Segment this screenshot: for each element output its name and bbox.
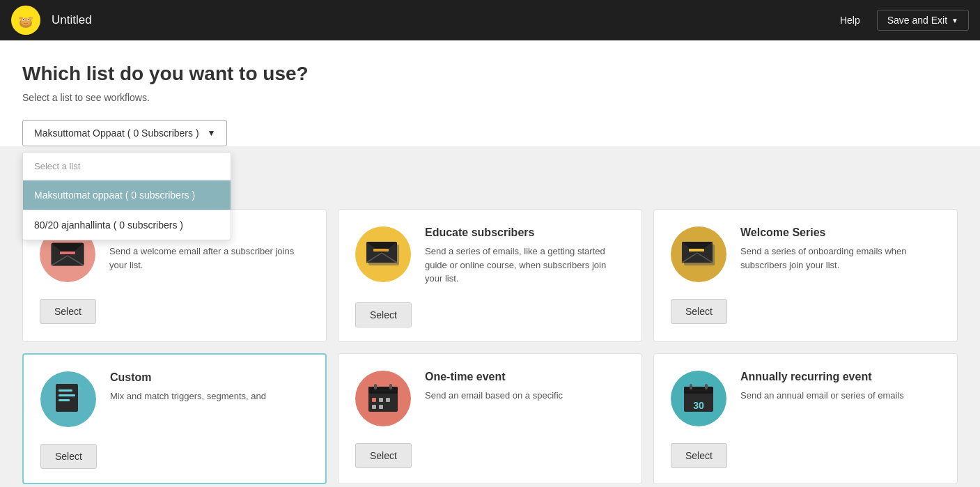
svg-point-6	[28, 19, 29, 20]
dropdown-menu: Select a list Maksuttomat oppaat ( 0 sub…	[22, 152, 231, 240]
select-button-welcome-message[interactable]: Select	[40, 299, 96, 324]
svg-rect-27	[59, 389, 72, 392]
chevron-down-icon: ▼	[208, 128, 216, 138]
select-button-welcome-series[interactable]: Select	[671, 299, 727, 324]
dropdown-option-0[interactable]: Maksuttomat oppaat ( 0 subscribers )	[23, 180, 231, 210]
svg-rect-33	[368, 387, 398, 394]
card-desc: Send a series of emails, like a getting …	[425, 245, 625, 286]
card-icon-welcome-series	[671, 226, 726, 282]
svg-rect-35	[389, 384, 392, 389]
card-icon-one-time	[355, 371, 411, 426]
svg-marker-31	[78, 384, 84, 389]
page-subtitle: Select a list to see workflows.	[22, 92, 958, 103]
svg-rect-38	[386, 398, 390, 402]
card-text: Welcome Series Send a series of onboardi…	[740, 226, 940, 272]
svg-point-7	[19, 17, 23, 20]
svg-rect-23	[689, 249, 704, 252]
select-button-educate-subscribers[interactable]: Select	[355, 302, 412, 327]
card-educate-subscribers: Educate subscribers Send a series of ema…	[338, 209, 642, 342]
page-title: Which list do you want to use?	[22, 63, 958, 85]
dropdown-menu-label: Select a list	[23, 153, 231, 180]
card-title: Custom	[110, 371, 309, 384]
svg-rect-11	[60, 252, 75, 254]
card-header: Custom Mix and match triggers, segments,…	[40, 371, 309, 427]
select-button-custom[interactable]: Select	[40, 444, 97, 469]
card-header: Welcome Series Send a series of onboardi…	[671, 226, 940, 282]
card-header: Educate subscribers Send a series of ema…	[355, 226, 625, 286]
page-content: Which list do you want to use? Select a …	[0, 40, 980, 146]
card-title: Annually recurring event	[740, 371, 940, 383]
cards-grid: Welcome message Send a welcome email aft…	[22, 209, 958, 484]
svg-rect-28	[59, 394, 75, 396]
svg-text:30: 30	[693, 400, 704, 411]
svg-rect-34	[374, 384, 377, 389]
card-desc: Send an email based on a specific	[425, 389, 625, 403]
dropdown-option-1[interactable]: 80/20 ajanhallinta ( 0 subscribers )	[23, 210, 231, 240]
svg-rect-42	[684, 387, 713, 394]
nav-right: Help Save and Exit ▼	[840, 10, 969, 31]
nav-title: Untitled	[52, 13, 92, 27]
card-desc: Send a series of onboarding emails when …	[740, 245, 940, 272]
svg-rect-26	[56, 384, 78, 412]
dropdown-selected-value: Maksuttomat Oppaat ( 0 Subscribers )	[34, 127, 199, 139]
svg-rect-44	[705, 384, 708, 389]
select-button-one-time-event[interactable]: Select	[355, 443, 412, 468]
cards-section: Welcome message Send a welcome email aft…	[0, 209, 980, 487]
card-custom: Custom Mix and match triggers, segments,…	[22, 353, 327, 484]
card-icon-educate	[355, 226, 411, 282]
save-exit-button[interactable]: Save and Exit ▼	[877, 10, 969, 31]
card-header: 30 Annually recurring event Send an annu…	[671, 371, 940, 426]
svg-rect-43	[690, 384, 692, 389]
card-title: Educate subscribers	[425, 226, 625, 239]
card-welcome-series: Welcome Series Send a series of onboardi…	[653, 209, 958, 342]
card-icon-custom	[40, 371, 96, 427]
card-desc: Mix and match triggers, segments, and	[110, 389, 309, 403]
svg-rect-29	[59, 399, 70, 401]
chevron-down-icon: ▼	[951, 17, 958, 24]
card-title: One-time event	[425, 371, 625, 383]
select-button-annually-recurring[interactable]: Select	[671, 443, 727, 468]
svg-rect-17	[373, 249, 389, 252]
topnav: Untitled Help Save and Exit ▼	[0, 0, 980, 40]
list-dropdown-button[interactable]: Maksuttomat Oppaat ( 0 Subscribers ) ▼	[22, 120, 227, 146]
card-text: Annually recurring event Send an annual …	[740, 371, 940, 403]
card-annually-recurring: 30 Annually recurring event Send an annu…	[653, 353, 958, 484]
card-header: One-time event Send an email based on a …	[355, 371, 625, 426]
card-title: Welcome Series	[740, 226, 940, 239]
card-icon-annually: 30	[671, 371, 726, 426]
card-desc: Send an annual email or series of emails	[740, 389, 940, 403]
card-text: Custom Mix and match triggers, segments,…	[110, 371, 309, 403]
logo[interactable]	[11, 6, 40, 35]
svg-point-5	[23, 19, 24, 20]
svg-rect-37	[379, 398, 383, 402]
help-link[interactable]: Help	[840, 15, 860, 26]
card-one-time-event: One-time event Send an email based on a …	[338, 353, 642, 484]
card-text: One-time event Send an email based on a …	[425, 371, 625, 403]
svg-rect-39	[372, 405, 376, 409]
svg-rect-40	[379, 405, 383, 409]
card-text: Educate subscribers Send a series of ema…	[425, 226, 625, 286]
card-desc: Send a welcome email after a subscriber …	[109, 245, 309, 272]
svg-rect-36	[372, 398, 376, 402]
svg-point-8	[29, 17, 33, 20]
